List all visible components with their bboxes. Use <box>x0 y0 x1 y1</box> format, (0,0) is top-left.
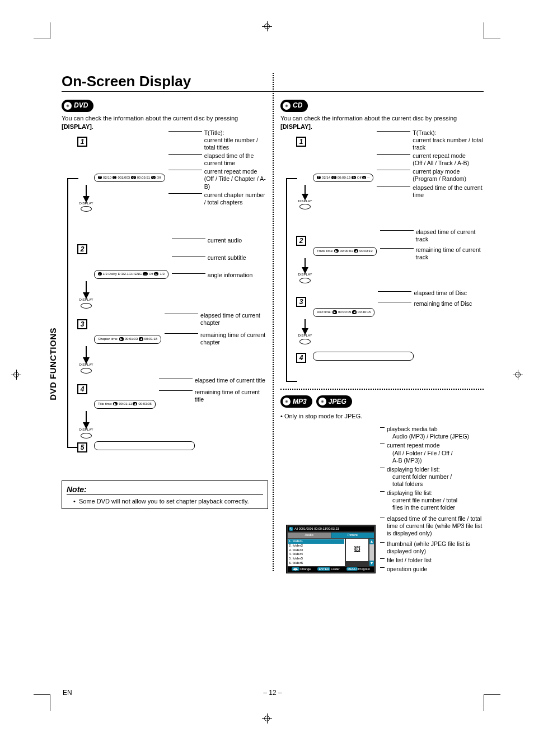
display-button-icon: DISPLAY <box>75 428 97 439</box>
cd-step-1: 1 <box>296 137 306 147</box>
dvd-osd-1: T02/10 C001/003 ⏱00:05:51 ↻Off <box>94 174 165 183</box>
cd-step-2: 2 <box>296 236 306 246</box>
arrow-line <box>86 185 87 196</box>
annotation: playback media tabAudio (MP3) / Picture … <box>380 426 484 440</box>
cd-osd-4-empty <box>313 352 414 361</box>
step-number-2: 2 <box>77 244 87 254</box>
annotation: remaining time of current chapter <box>165 332 268 346</box>
annotation: file list / folder list <box>380 557 484 564</box>
arrow-line <box>305 258 306 267</box>
annotation: elapsed time of the current time <box>377 184 484 199</box>
side-tab: DVD FUNCTIONS <box>48 328 58 400</box>
mp3-badge: MP3 <box>280 395 312 408</box>
annotation: elapsed time of the current time <box>168 152 268 167</box>
reg-mark-right <box>513 370 523 380</box>
cd-osd-2: Track time: ▶00:00:01 ◀00:03:19 <box>313 247 377 256</box>
dvd-osd-3: Chapter time: ▶00:01:03 ◀00:01:18 <box>94 335 161 344</box>
arrow-line <box>86 281 87 292</box>
annotation: current subtitle <box>172 254 268 262</box>
annotation: displaying file list:current file number… <box>380 489 484 511</box>
annotation: remaining time of Disc <box>378 300 484 307</box>
cd-osd-3: Disc time: ▶00:00:05 ◀00:40:15 <box>313 308 374 317</box>
annotation: thumbnail (while JPEG file list is displ… <box>380 540 484 555</box>
arrow-line <box>305 185 306 194</box>
browser-tab-picture: Picture <box>331 533 374 538</box>
note-box: Note: Some DVD will not allow you to set… <box>62 480 268 509</box>
cd-osd-1: T02/14 ⏱00:00:13 ↻Off ≡-- <box>313 174 373 183</box>
annotation: current audio <box>172 237 268 244</box>
reg-mark-left <box>11 370 21 380</box>
arrow-line <box>305 319 306 328</box>
annotation: remaining time of current track <box>380 246 484 261</box>
jpeg-badge: JPEG <box>316 395 352 408</box>
reg-mark-bottom <box>262 713 272 724</box>
cd-badge: CD <box>280 100 308 112</box>
annotation: elapsed time of current chapter <box>165 312 268 326</box>
annotation: T(Title): current title number / total t… <box>168 129 268 151</box>
display-button-icon: DISPLAY <box>75 363 97 374</box>
annotation: current repeat mode (Off / All / Track /… <box>377 152 484 167</box>
step-number-5: 5 <box>77 442 87 452</box>
file-browser-osd: ↻All 0001/0006 00:00:13/00:03:23 Audio P… <box>286 525 376 573</box>
dvd-badge: DVD <box>62 100 93 112</box>
step-number-1: 1 <box>77 137 87 147</box>
mp3-note: • Only in stop mode for JPEG. <box>280 412 484 421</box>
rail-line <box>286 178 287 381</box>
horizontal-separator <box>280 389 484 390</box>
cd-step-3: 3 <box>296 297 306 307</box>
display-button-icon: DISPLAY <box>294 273 316 284</box>
annotation: remaining time of current title <box>159 389 268 403</box>
annotation: current play mode (Program / Random) <box>377 168 484 183</box>
browser-scrollbar: ▲▼ <box>369 539 374 566</box>
crop-mark <box>484 694 500 711</box>
annotation: elapsed time of current track <box>380 228 484 243</box>
browser-folder-list: 1. folder1 2. folder2 3. folder3 4. fold… <box>288 539 345 566</box>
step-number-4: 4 <box>77 384 87 394</box>
reg-mark-top <box>262 21 272 31</box>
annotation: elapsed time of Disc <box>378 290 484 297</box>
step-number-3: 3 <box>77 319 87 329</box>
display-button-icon: DISPLAY <box>294 199 316 211</box>
footer-page-number: – 12 – <box>263 689 282 697</box>
dvd-osd-4: Title time: ▶00:01:11 ◀00:03:05 <box>94 400 156 409</box>
annotation: elapsed time of current title <box>159 377 268 384</box>
arrow-line <box>86 411 87 422</box>
crop-mark <box>484 22 500 39</box>
browser-tab-audio: Audio <box>288 533 331 538</box>
crop-mark <box>34 22 50 39</box>
display-button-icon: DISPLAY <box>75 202 97 213</box>
annotation: displaying folder list:current folder nu… <box>380 466 484 488</box>
display-button-icon: DISPLAY <box>294 334 316 345</box>
annotation: current chapter number / total chapters <box>168 192 268 206</box>
browser-thumbnail: 🖼 <box>346 539 368 561</box>
annotation: current repeat mode (Off / Title / Chapt… <box>168 168 268 190</box>
note-item: Some DVD will not allow you to set chapt… <box>73 497 263 505</box>
footer-lang: EN <box>63 689 72 697</box>
annotation: T(Track): current track number / total t… <box>377 129 484 151</box>
crop-mark <box>34 694 50 711</box>
arrow-line <box>86 346 87 357</box>
annotation: angle information <box>172 272 268 279</box>
cd-step-4: 4 <box>296 353 306 363</box>
dvd-osd-5-empty <box>94 441 195 450</box>
browser-operation-guide: ◀▶Change ENTERFolder MENUProgram <box>288 567 374 572</box>
annotation: elapsed time of the current file / total… <box>380 515 484 537</box>
annotation: operation guide <box>380 566 484 573</box>
display-button-icon: DISPLAY <box>75 298 97 309</box>
dvd-osd-2: ♪1/3 Dolby D 3/2.1CH ENG …Off ⊾1/3 <box>94 270 168 279</box>
annotation: current repeat mode(All / Folder / File … <box>380 442 484 464</box>
note-header: Note: <box>67 484 263 495</box>
